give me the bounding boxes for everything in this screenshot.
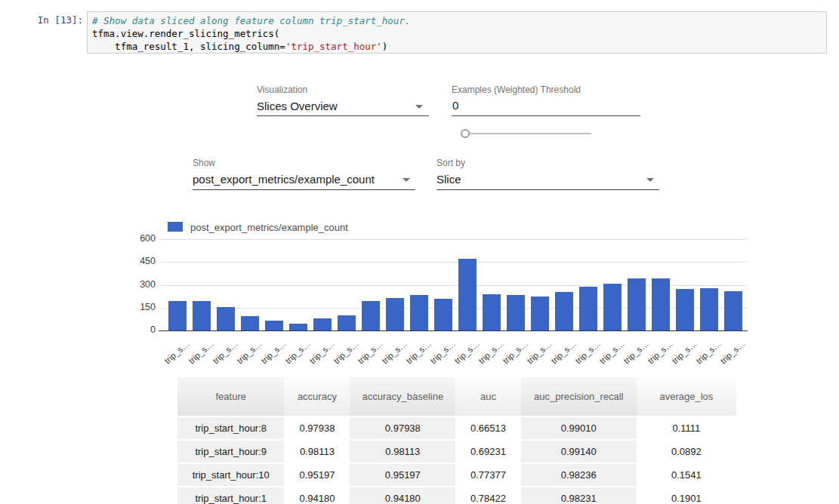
chevron-down-icon[interactable] — [403, 178, 410, 182]
metric-cell: 0.1111 — [637, 416, 736, 440]
table-row[interactable]: trip_start_hour:100.951970.951970.773770… — [177, 463, 736, 487]
metric-cell: 0.77377 — [455, 463, 520, 487]
code-comment: # Show data sliced along feature column … — [92, 15, 410, 26]
table-row[interactable]: trip_start_hour:80.979380.979380.665130.… — [177, 416, 736, 440]
metric-cell: 0.98113 — [284, 440, 350, 463]
code-string: 'trip_start_hour' — [285, 41, 382, 52]
bar[interactable] — [603, 284, 622, 330]
column-header-accuracy[interactable]: accuracy — [284, 377, 350, 416]
feature-cell: trip_start_hour:8 — [177, 416, 284, 440]
threshold-input[interactable] — [452, 99, 634, 112]
metric-cell: 0.95197 — [350, 463, 455, 487]
bar[interactable] — [289, 324, 307, 330]
bar[interactable] — [338, 315, 356, 330]
bar[interactable] — [362, 301, 380, 330]
column-header-feature[interactable]: feature — [177, 377, 284, 416]
table-row[interactable]: trip_start_hour:10.941800.941800.784220.… — [177, 487, 736, 504]
bar[interactable] — [386, 298, 404, 330]
bar[interactable] — [724, 291, 742, 330]
metric-cell: 0.69231 — [455, 440, 520, 463]
x-axis-baseline — [159, 330, 748, 331]
bar[interactable] — [193, 301, 211, 330]
y-axis-tick-label: 600 — [121, 233, 156, 244]
bar[interactable] — [628, 278, 646, 330]
column-header-accuracy_baseline[interactable]: accuracy_baseline — [350, 377, 455, 416]
threshold-slider-track[interactable] — [465, 133, 591, 134]
feature-cell: trip_start_hour:10 — [177, 463, 284, 487]
y-axis-tick-label: 450 — [121, 256, 156, 266]
visualization-underline — [257, 115, 429, 116]
metric-cell: 0.98113 — [350, 440, 455, 463]
bar[interactable] — [265, 321, 283, 330]
threshold-label: Examples (Weighted) Threshold — [452, 85, 581, 95]
code-line2: tfma.view.render_slicing_metrics( — [92, 28, 279, 39]
bar[interactable] — [579, 287, 597, 330]
show-label: Show — [193, 158, 215, 168]
y-axis-tick-label: 150 — [121, 302, 156, 312]
column-header-average_los[interactable]: average_los — [637, 377, 736, 416]
bar[interactable] — [434, 299, 452, 330]
bar[interactable] — [700, 288, 718, 330]
table-row[interactable]: trip_start_hour:90.981130.981130.692310.… — [177, 440, 736, 463]
show-dropdown[interactable]: post_export_metrics/example_count — [193, 173, 375, 186]
code-cell[interactable]: # Show data sliced along feature column … — [87, 11, 827, 54]
metric-cell: 0.97938 — [350, 416, 455, 440]
metric-cell: 0.97938 — [284, 416, 350, 440]
show-underline — [193, 189, 415, 190]
metric-cell: 0.0892 — [637, 440, 736, 463]
y-axis-tick-label: 0 — [121, 324, 156, 335]
metric-cell: 0.94180 — [284, 487, 350, 504]
column-header-auc_precision_recall[interactable]: auc_precision_recall — [521, 377, 637, 416]
bar[interactable] — [217, 307, 235, 330]
feature-cell: trip_start_hour:9 — [177, 440, 284, 463]
bar[interactable] — [483, 294, 501, 330]
gridline — [159, 262, 748, 263]
cell-prompt: In [13]: — [23, 14, 83, 26]
feature-cell: trip_start_hour:1 — [177, 487, 284, 504]
tfma-slicing-metrics-view: In [13]: # Show data sliced along featur… — [0, 0, 839, 504]
threshold-underline — [452, 115, 640, 116]
code-line3: tfma_result_1, slicing_column='trip_star… — [92, 41, 387, 52]
bar[interactable] — [676, 289, 694, 330]
metric-cell: 0.94180 — [350, 487, 455, 504]
legend-label: post_export_metrics/example_count — [190, 222, 348, 233]
sort-by-label: Sort by — [436, 158, 465, 168]
metric-cell: 0.98236 — [521, 463, 637, 487]
metric-cell: 0.66513 — [455, 416, 520, 440]
gridline — [159, 239, 748, 240]
table-header-row: featureaccuracyaccuracy_baselineaucauc_p… — [177, 377, 736, 416]
metric-cell: 0.99140 — [521, 440, 637, 463]
threshold-slider-thumb[interactable] — [461, 129, 470, 138]
metric-cell: 0.98231 — [521, 487, 637, 504]
sort-by-underline — [436, 189, 659, 190]
metric-cell: 0.95197 — [284, 463, 350, 487]
y-axis-tick-label: 300 — [121, 279, 156, 290]
bar[interactable] — [555, 292, 573, 330]
metric-cell: 0.99010 — [521, 416, 637, 440]
metric-cell: 0.78422 — [455, 487, 520, 504]
bar[interactable] — [652, 278, 670, 330]
metric-cell: 0.1901 — [637, 487, 736, 504]
bar[interactable] — [507, 295, 525, 330]
bar[interactable] — [313, 318, 332, 330]
bar[interactable] — [168, 301, 187, 330]
legend-swatch — [168, 222, 183, 232]
metric-cell: 0.1541 — [637, 463, 736, 487]
bar[interactable] — [531, 297, 549, 330]
sort-by-dropdown[interactable]: Slice — [436, 173, 461, 186]
bar[interactable] — [410, 295, 428, 330]
metrics-table: featureaccuracyaccuracy_baselineaucauc_p… — [177, 377, 736, 504]
column-header-auc[interactable]: auc — [455, 377, 520, 416]
visualization-label: Visualization — [257, 85, 307, 95]
visualization-dropdown[interactable]: Slices Overview — [257, 100, 338, 112]
chevron-down-icon[interactable] — [415, 105, 423, 109]
bar[interactable] — [241, 316, 259, 330]
chevron-down-icon[interactable] — [646, 178, 654, 182]
bar[interactable] — [458, 259, 477, 330]
